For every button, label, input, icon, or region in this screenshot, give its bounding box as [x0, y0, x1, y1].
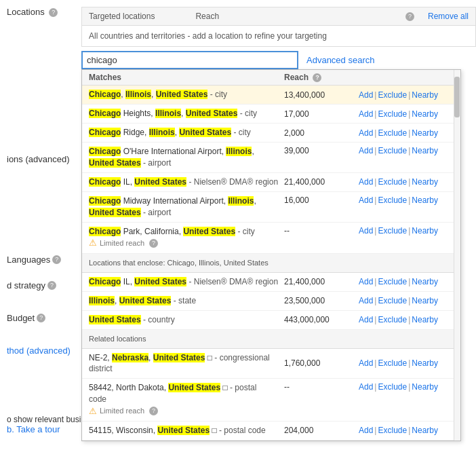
exclude-link[interactable]: Exclude	[378, 426, 407, 435]
add-link[interactable]: Add	[359, 296, 373, 305]
exclude-link[interactable]: Exclude	[378, 382, 407, 392]
scrollbar-thumb[interactable]	[454, 77, 460, 117]
limited-reach-text: Limited reach	[100, 406, 144, 416]
add-link[interactable]: Add	[359, 277, 373, 286]
scrollbar-track[interactable]	[454, 70, 460, 441]
budget-label: Budget	[7, 313, 35, 323]
thod-label: thod (advanced)	[7, 345, 71, 356]
warning-icon: ⚠	[89, 237, 97, 249]
result-reach: 443,000,000	[284, 315, 359, 324]
exclude-link[interactable]: Exclude	[378, 177, 407, 187]
result-name: Chicago, Illinois, United States - city	[89, 89, 284, 100]
add-link[interactable]: Add	[359, 90, 373, 100]
add-link[interactable]: Add	[359, 315, 373, 324]
search-row: Advanced search	[81, 51, 476, 69]
add-link[interactable]: Add	[359, 146, 373, 155]
advanced-search-link[interactable]: Advanced search	[306, 55, 374, 65]
result-reach: --	[284, 382, 359, 392]
add-link[interactable]: Add	[359, 195, 373, 205]
nearby-link[interactable]: Nearby	[412, 426, 438, 435]
locations-label: Locations	[7, 7, 45, 17]
result-reach: 204,000	[284, 426, 359, 435]
remove-all-link[interactable]: Remove all	[428, 12, 469, 21]
dropdown-header: Matches Reach ?	[82, 70, 460, 86]
result-actions: Add|Exclude|Nearby	[359, 90, 454, 100]
result-actions: Add|Exclude|Nearby	[359, 128, 454, 138]
result-row: Illinois, United States - state 23,500,0…	[82, 292, 460, 311]
col-reach-header: Reach ?	[284, 73, 359, 82]
add-link[interactable]: Add	[359, 426, 373, 435]
budget-help-icon[interactable]: ?	[37, 314, 45, 322]
locations-advanced-label: ions (advanced)	[7, 154, 70, 164]
bottom-link[interactable]: b. Take a tour	[7, 424, 60, 434]
result-reach: 39,000	[284, 146, 359, 155]
result-row: Chicago, Illinois, United States - city …	[82, 86, 460, 105]
result-row: Chicago IL, United States - Nielsen® DMA…	[82, 273, 460, 292]
result-row: Chicago Ridge, Illinois, United States -…	[82, 124, 460, 143]
locations-help-icon[interactable]: ?	[49, 8, 58, 17]
location-search-input[interactable]	[81, 51, 298, 69]
result-name: United States - country	[89, 314, 284, 326]
section-header-related: Related locations	[82, 330, 460, 349]
result-actions: Add|Exclude|Nearby	[359, 358, 454, 368]
add-link[interactable]: Add	[359, 358, 373, 368]
nearby-link[interactable]: Nearby	[412, 382, 438, 392]
add-link[interactable]: Add	[359, 128, 373, 138]
nearby-link[interactable]: Nearby	[412, 109, 438, 119]
result-actions: Add|Exclude|Nearby	[359, 109, 454, 119]
exclude-link[interactable]: Exclude	[378, 315, 407, 324]
location-dropdown: Matches Reach ? Chicago, Illinois, Unite…	[81, 69, 461, 441]
all-countries-text: All countries and territories - add a lo…	[89, 31, 327, 41]
nearby-link[interactable]: Nearby	[412, 177, 438, 187]
limited-reach-help-icon[interactable]: ?	[149, 407, 158, 415]
exclude-link[interactable]: Exclude	[378, 195, 407, 205]
nearby-link[interactable]: Nearby	[412, 226, 438, 236]
nearby-link[interactable]: Nearby	[412, 128, 438, 138]
result-actions: Add|Exclude|Nearby	[359, 146, 454, 155]
add-link[interactable]: Add	[359, 382, 373, 392]
result-row: United States - country 443,000,000 Add|…	[82, 311, 460, 330]
bottom-text: o show relevant busi	[7, 415, 81, 424]
limited-reach-help-icon[interactable]: ?	[149, 239, 158, 248]
result-actions: Add|Exclude|Nearby	[359, 277, 454, 286]
reach-help-icon[interactable]: ?	[405, 12, 414, 21]
targeted-locations-label: Targeted locations	[89, 12, 155, 21]
result-actions: Add|Exclude|Nearby	[359, 177, 454, 187]
result-name: 58442, North Dakota, United States □ - p…	[89, 382, 284, 417]
result-row: Chicago Heights, Illinois, United States…	[82, 105, 460, 124]
page-wrapper: Locations ? ions (advanced) Languages ? …	[0, 0, 476, 467]
result-reach: 21,400,000	[284, 277, 359, 286]
result-row: 54115, Wisconsin, United States □ - post…	[82, 422, 460, 441]
result-name: Chicago IL, United States - Nielsen® DMA…	[89, 176, 284, 188]
col-reach-help-icon[interactable]: ?	[313, 73, 321, 82]
add-link[interactable]: Add	[359, 177, 373, 187]
exclude-link[interactable]: Exclude	[378, 277, 407, 286]
limited-reach-text: Limited reach	[100, 238, 144, 248]
exclude-link[interactable]: Exclude	[378, 226, 407, 236]
nearby-link[interactable]: Nearby	[412, 90, 438, 100]
exclude-link[interactable]: Exclude	[378, 146, 407, 155]
result-reach: 2,000	[284, 128, 359, 138]
add-link[interactable]: Add	[359, 109, 373, 119]
nearby-link[interactable]: Nearby	[412, 358, 438, 368]
all-countries-bar: All countries and territories - add a lo…	[81, 26, 476, 47]
result-reach: 13,400,000	[284, 90, 359, 100]
result-name: Chicago Ridge, Illinois, United States -…	[89, 127, 284, 138]
add-link[interactable]: Add	[359, 226, 373, 236]
exclude-link[interactable]: Exclude	[378, 128, 407, 138]
nearby-link[interactable]: Nearby	[412, 195, 438, 205]
nearby-link[interactable]: Nearby	[412, 146, 438, 155]
exclude-link[interactable]: Exclude	[378, 90, 407, 100]
exclude-link[interactable]: Exclude	[378, 296, 407, 305]
nearby-link[interactable]: Nearby	[412, 296, 438, 305]
bid-strategy-help-icon[interactable]: ?	[47, 281, 56, 290]
languages-help-icon[interactable]: ?	[52, 255, 61, 264]
targeted-locations-bar: Targeted locations Reach ? Remove all	[81, 7, 476, 26]
exclude-link[interactable]: Exclude	[378, 109, 407, 119]
bid-strategy-label: d strategy	[7, 280, 45, 291]
nearby-link[interactable]: Nearby	[412, 277, 438, 286]
nearby-link[interactable]: Nearby	[412, 315, 438, 324]
result-actions: Add|Exclude|Nearby	[359, 426, 454, 435]
result-name: Chicago IL, United States - Nielsen® DMA…	[89, 276, 284, 288]
exclude-link[interactable]: Exclude	[378, 358, 407, 368]
